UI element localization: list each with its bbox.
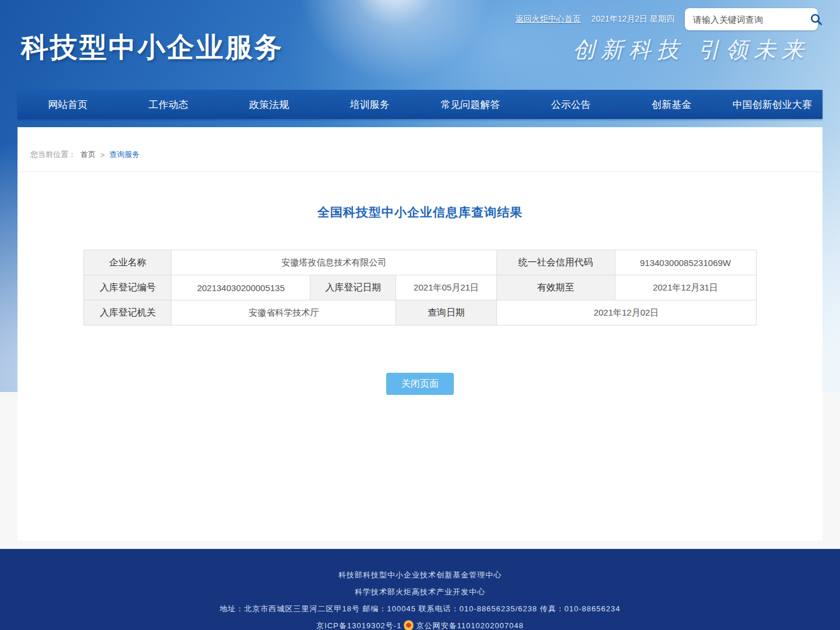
search-button[interactable]: [809, 12, 823, 27]
nav-item-7[interactable]: 中国创新创业大赛: [722, 90, 823, 119]
table-header-cell: 入库登记日期: [310, 275, 396, 300]
footer-line-2: 地址：北京市西城区三里河二区甲18号 邮编：100045 联系电话：010-88…: [0, 600, 840, 617]
nav-item-5[interactable]: 公示公告: [521, 90, 622, 119]
table-header-cell: 入库登记编号: [84, 275, 172, 300]
table-value-cell: 2021年12月02日: [496, 300, 756, 326]
site-header: 返回火炬中心首页 2021年12月2日 星期四 科技型中小企业服务 创新科技 引…: [0, 0, 840, 90]
main-navigation: 网站首页工作动态政策法规培训服务常见问题解答公示公告创新基金中国创新创业大赛: [18, 90, 822, 119]
search-box: [685, 8, 818, 30]
site-logo-title: 科技型中小企业服务: [21, 29, 284, 66]
nav-item-0[interactable]: 网站首页: [18, 90, 118, 119]
button-row: 关闭页面: [18, 373, 822, 395]
site-slogan: 创新科技 引领未来: [573, 35, 810, 65]
breadcrumb-prefix: 您当前位置：: [30, 149, 76, 160]
table-header-cell: 查询日期: [396, 300, 496, 326]
footer-line-0: 科技部科技型中小企业技术创新基金管理中心: [0, 566, 840, 583]
breadcrumb-separator: >: [100, 150, 105, 159]
icp-record-link[interactable]: 京ICP备13019302号-1: [316, 617, 401, 630]
table-row: 入库登记编号202134030200005135入库登记日期2021年05月21…: [84, 275, 756, 300]
footer-line-1: 科学技术部火炬高技术产业开发中心: [0, 583, 840, 600]
query-result-table: 企业名称安徽塔孜信息技术有限公司统一社会信用代码9134030008523106…: [83, 250, 756, 326]
table-row: 入库登记机关安徽省科学技术厅查询日期2021年12月02日: [84, 300, 756, 326]
nav-item-1[interactable]: 工作动态: [118, 90, 219, 119]
page-title: 全国科技型中小企业信息库查询结果: [18, 204, 822, 220]
table-value-cell: 2021年12月31日: [615, 275, 756, 300]
table-header-cell: 统一社会信用代码: [496, 250, 615, 275]
police-record-link[interactable]: 京公网安备11010202007048: [416, 617, 523, 630]
table-header-cell: 有效期至: [496, 275, 615, 300]
table-row: 企业名称安徽塔孜信息技术有限公司统一社会信用代码9134030008523106…: [84, 250, 756, 275]
table-value-cell: 202134030200005135: [172, 275, 310, 300]
breadcrumb: 您当前位置： 首页 > 查询服务: [18, 127, 822, 172]
site-footer: 科技部科技型中小企业技术创新基金管理中心科学技术部火炬高技术产业开发中心地址：北…: [0, 549, 840, 630]
table-header-cell: 企业名称: [84, 250, 172, 275]
breadcrumb-home-link[interactable]: 首页: [80, 149, 96, 160]
torch-center-home-link[interactable]: 返回火炬中心首页: [516, 14, 581, 24]
police-badge-icon: [404, 620, 414, 630]
table-header-cell: 入库登记机关: [84, 300, 172, 326]
search-icon: [809, 12, 823, 26]
search-input[interactable]: [693, 15, 809, 24]
nav-item-6[interactable]: 创新基金: [621, 90, 722, 119]
breadcrumb-current-link[interactable]: 查询服务: [110, 149, 140, 160]
table-value-cell: 安徽省科学技术厅: [172, 300, 396, 326]
nav-item-3[interactable]: 培训服务: [320, 90, 421, 119]
nav-item-2[interactable]: 政策法规: [219, 90, 320, 119]
close-page-button[interactable]: 关闭页面: [386, 373, 454, 395]
top-utility-bar: 返回火炬中心首页 2021年12月2日 星期四: [516, 8, 818, 30]
current-date: 2021年12月2日 星期四: [592, 14, 674, 24]
content-panel: 您当前位置： 首页 > 查询服务 全国科技型中小企业信息库查询结果 企业名称安徽…: [18, 127, 822, 541]
table-value-cell: 91340300085231069W: [615, 250, 756, 275]
footer-icp-line: 京ICP备13019302号-1 京公网安备11010202007048: [0, 617, 840, 630]
table-value-cell: 安徽塔孜信息技术有限公司: [172, 250, 496, 275]
nav-item-4[interactable]: 常见问题解答: [420, 90, 521, 119]
table-value-cell: 2021年05月21日: [396, 275, 496, 300]
